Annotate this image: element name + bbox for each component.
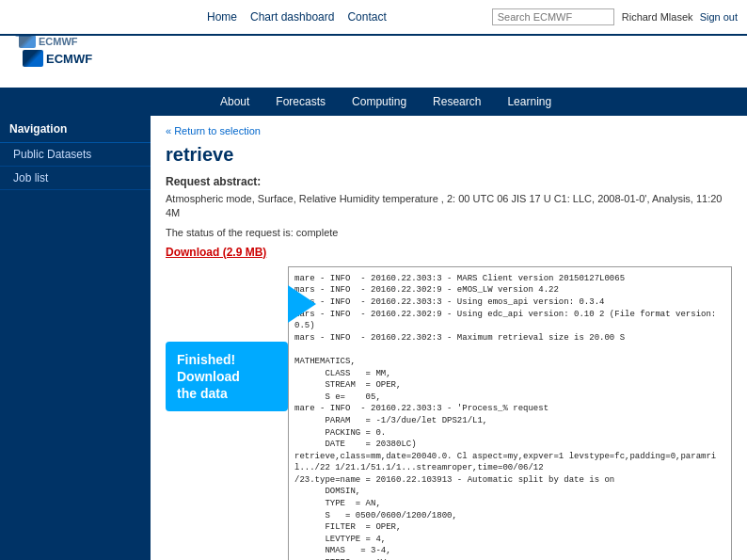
annotation-arrow [288, 285, 316, 323]
abstract-label: Request abstract: [166, 175, 732, 188]
main-content: « Return to selection retrieve Request a… [151, 116, 747, 560]
annotation-bubble: Finished! Download the data [166, 342, 288, 412]
page-title: retrieve [166, 144, 732, 166]
page-wrapper: Navigation Public Datasets Job list « Re… [0, 116, 747, 560]
annotation-line1: Finished! [177, 351, 277, 368]
sidebar-item-public-datasets[interactable]: Public Datasets [0, 143, 151, 167]
sidebar-nav-title: Navigation [0, 116, 151, 143]
top-nav: Home Chart dashboard Contact Richard Mla… [0, 0, 747, 36]
top-nav-links: Home Chart dashboard Contact [207, 10, 387, 24]
sign-out-link[interactable]: Sign out [700, 11, 738, 23]
breadcrumb-link[interactable]: « Return to selection [166, 125, 261, 136]
sidebar: Navigation Public Datasets Job list [0, 116, 151, 560]
nav-chart-dashboard[interactable]: Chart dashboard [250, 10, 334, 24]
search-input[interactable] [492, 8, 614, 25]
main-nav-forecasts[interactable]: Forecasts [262, 89, 339, 114]
status-text: The status of the request is: complete [166, 227, 732, 238]
main-nav-links: About Forecasts Computing Research Learn… [207, 89, 564, 114]
abstract-text: Atmospheric mode, Surface, Relative Humi… [166, 192, 732, 221]
logo-stack-4: ECMWF [19, 35, 78, 48]
main-nav-computing[interactable]: Computing [339, 89, 420, 114]
sidebar-item-job-list[interactable]: Job list [0, 167, 151, 190]
nav-contact[interactable]: Contact [347, 10, 386, 24]
main-nav: About Forecasts Computing Research Learn… [0, 88, 747, 116]
annotation-wrapper: Finished! Download the data mare - INFO … [166, 266, 732, 560]
user-name: Richard Mlasek [622, 11, 693, 23]
log-output[interactable]: mare - INFO - 20160.22.303:3 - MARS Clie… [288, 266, 732, 560]
nav-home[interactable]: Home [207, 10, 237, 24]
logo-main[interactable]: ECMWF [23, 50, 92, 67]
annotation-line2: Download [177, 368, 277, 385]
user-info: Richard Mlasek Sign out [622, 11, 738, 23]
download-link[interactable]: Download (2.9 MB) [166, 246, 266, 259]
annotation-line3: the data [177, 385, 277, 402]
annotation-box: Finished! Download the data [166, 266, 288, 412]
main-nav-research[interactable]: Research [420, 89, 494, 114]
breadcrumb[interactable]: « Return to selection [166, 125, 732, 136]
main-nav-learning[interactable]: Learning [494, 89, 564, 114]
main-nav-about[interactable]: About [207, 89, 262, 114]
